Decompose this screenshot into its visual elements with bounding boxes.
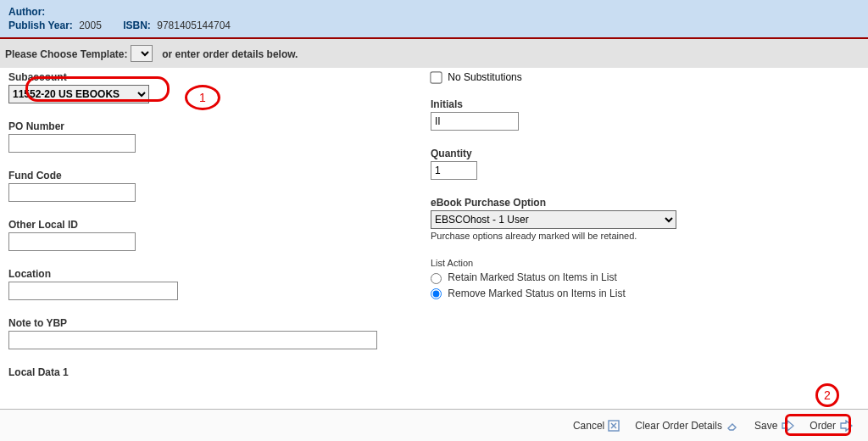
po-input[interactable] [8,134,136,153]
retain-radio[interactable] [431,273,442,284]
location-label: Location [8,268,390,280]
cancel-button[interactable]: Cancel [573,420,620,432]
isbn-value: 9781405144704 [157,20,231,31]
left-column: Subaccount 11552-20 US EBOOKS PO Number … [8,71,390,380]
field-subaccount: Subaccount 11552-20 US EBOOKS [8,71,390,103]
form-scroll[interactable]: Subaccount 11552-20 US EBOOKS PO Number … [0,63,868,409]
info-bar: Author: Publish Year: 2005 ISBN: 9781405… [0,0,868,39]
year-label: Publish Year: [8,20,73,31]
field-po: PO Number [8,120,390,153]
subaccount-label: Subaccount [8,71,390,83]
local1-label: Local Data 1 [8,366,390,378]
qty-label: Quantity [431,148,860,159]
field-ebook: eBook Purchase Option EBSCOhost - 1 User… [431,197,860,241]
ebook-label: eBook Purchase Option [431,197,860,209]
retain-label: Retain Marked Status on Items in List [448,271,616,283]
isbn-label: ISBN: [123,20,151,31]
po-label: PO Number [8,120,390,132]
nosub-checkbox[interactable] [430,72,442,84]
eraser-icon [726,420,739,432]
list-action: List Action Retain Marked Status on Item… [431,258,860,299]
qty-input[interactable] [431,161,477,180]
location-input[interactable] [8,282,178,300]
field-qty: Quantity [431,148,860,180]
remove-label: Remove Marked Status on Items in List [448,287,625,299]
author-label: Author: [8,6,45,18]
field-initials: Initials [431,98,860,131]
arrow-right-icon [839,420,853,432]
list-action-label: List Action [431,258,860,268]
other-id-input[interactable] [8,232,136,251]
initials-input[interactable] [431,112,519,131]
initials-label: Initials [431,98,860,110]
footer: Cancel Clear Order Details Save Order [0,409,868,441]
clear-button[interactable]: Clear Order Details [635,420,739,432]
field-note: Note to YBP [8,317,390,349]
other-id-label: Other Local ID [8,219,390,231]
ebook-select[interactable]: EBSCOhost - 1 User [431,210,676,229]
close-icon [608,420,620,432]
field-local1: Local Data 1 [8,366,390,378]
field-nosub: No Substitutions [431,71,860,83]
template-or-text: or enter order details below. [162,48,298,60]
note-input[interactable] [8,331,377,349]
order-button[interactable]: Order [810,420,853,432]
note-label: Note to YBP [8,317,390,329]
fund-label: Fund Code [8,170,390,181]
field-fund: Fund Code [8,170,390,202]
field-other-id: Other Local ID [8,219,390,251]
remove-radio[interactable] [431,288,442,299]
subaccount-select[interactable]: 11552-20 US EBOOKS [8,85,149,103]
right-column: No Substitutions Initials Quantity eBook… [390,71,860,380]
template-select[interactable] [131,45,153,62]
arrow-right-icon [781,420,794,432]
fund-input[interactable] [8,183,136,202]
field-location: Location [8,268,390,300]
template-prompt: Please Choose Template: [5,48,128,60]
nosub-label: No Substitutions [448,71,521,83]
ebook-hint: Purchase options already marked will be … [431,231,860,241]
year-value: 2005 [79,20,102,31]
save-button[interactable]: Save [754,420,794,432]
